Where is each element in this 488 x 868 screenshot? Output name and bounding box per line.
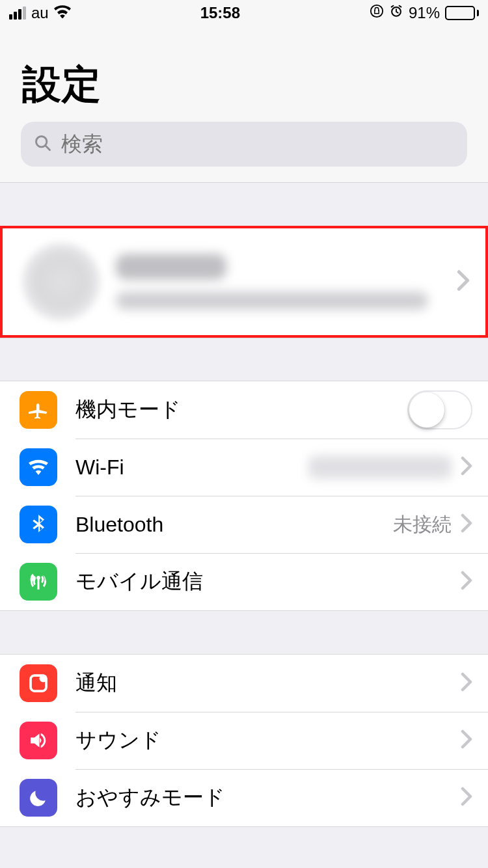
status-right: 91% [370,4,479,22]
status-left: au [9,4,71,22]
moon-icon [20,779,57,817]
wifi-icon [20,448,57,486]
settings-group-connectivity: 機内モード Wi-Fi Bluetooth 未接続 モバイル通信 [0,381,488,611]
search-icon [34,134,52,155]
row-label: おやすみモード [75,783,461,812]
svg-point-5 [40,675,47,683]
row-airplane-mode[interactable]: 機内モード [0,381,488,439]
row-label: サウンド [75,726,461,755]
svg-line-3 [46,146,49,150]
chevron-right-icon [461,672,472,694]
search-bar[interactable] [0,122,488,183]
row-label: 機内モード [75,396,407,424]
apple-id-name [116,254,226,280]
row-label: Wi-Fi [75,455,308,480]
wifi-value [308,455,452,479]
alarm-icon [389,4,403,22]
apple-id-texts [116,254,457,310]
chevron-right-icon [461,571,472,593]
notification-icon [20,664,57,702]
status-time: 15:58 [200,4,240,22]
status-bar: au 15:58 91% [0,0,488,26]
carrier-label: au [31,4,49,22]
row-cellular[interactable]: モバイル通信 [0,553,488,610]
orientation-lock-icon [370,4,384,22]
section-gap [0,338,488,381]
row-label: 通知 [75,669,461,698]
row-label: モバイル通信 [75,567,461,596]
search-input[interactable] [61,132,454,156]
bluetooth-value: 未接続 [393,511,452,538]
antenna-icon [20,563,57,601]
cellular-signal-icon [9,7,26,20]
section-gap [0,611,488,654]
row-bluetooth[interactable]: Bluetooth 未接続 [0,496,488,553]
page-title: 設定 [22,59,466,111]
chevron-right-icon [461,787,472,809]
section-gap [0,183,488,226]
avatar [22,243,100,321]
row-sounds[interactable]: サウンド [0,712,488,769]
row-label: Bluetooth [75,513,393,537]
page-header: 設定 [0,26,488,122]
row-do-not-disturb[interactable]: おやすみモード [0,769,488,826]
chevron-right-icon [461,729,472,752]
chevron-right-icon [461,456,472,478]
chevron-right-icon [461,513,472,536]
apple-id-row[interactable] [0,226,488,338]
airplane-toggle[interactable] [407,390,472,429]
svg-point-0 [371,5,383,17]
bluetooth-icon [20,506,57,543]
battery-percent: 91% [409,4,440,22]
battery-icon [445,6,479,20]
row-wifi[interactable]: Wi-Fi [0,439,488,496]
apple-id-subtitle [116,292,428,310]
settings-group-alerts: 通知 サウンド おやすみモード [0,654,488,827]
speaker-icon [20,722,57,759]
row-notifications[interactable]: 通知 [0,655,488,712]
chevron-right-icon [457,269,470,294]
airplane-icon [20,391,57,429]
wifi-status-icon [54,4,71,22]
